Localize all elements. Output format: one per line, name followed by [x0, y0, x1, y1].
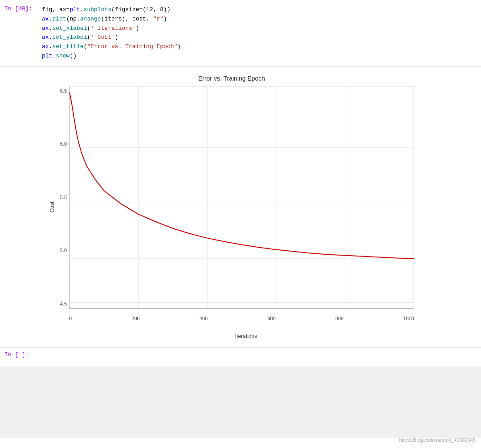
code-token: (figsize=(12, 8)) [111, 6, 171, 13]
y-tick-5_0: 5.0 [49, 248, 67, 253]
code-token: show [56, 53, 69, 59]
code-token: (iters), cost, [101, 16, 153, 22]
code-cell: In [40]: fig, ax=plt.subplots(figsize=(1… [0, 0, 481, 67]
x-tick-800: 800 [335, 316, 343, 321]
y-tick-5_5: 5.5 [49, 195, 67, 200]
y-tick-6_5: 6.5 [49, 88, 67, 94]
code-token: ax [42, 43, 49, 50]
code-token: . [80, 6, 84, 13]
code-token: fig, ax [42, 6, 66, 13]
code-token: ) [136, 25, 139, 32]
x-tick-600: 600 [267, 316, 275, 321]
code-token: (np. [66, 16, 80, 22]
empty-cell-label: In [ ]: [0, 348, 40, 367]
y-tick-4_5: 4.5 [49, 301, 67, 306]
plot-area: Error vs. Training Epoch Cost 6.5 6.0 5.… [40, 67, 481, 347]
plot-svg [69, 86, 414, 309]
code-line-2: ax.plot(np.arange(iters), cost, "r") [42, 15, 479, 24]
code-token: ' Cost' [90, 34, 115, 41]
code-line-4: ax.set_ylabel(' Cost') [42, 33, 479, 42]
code-token: ) [177, 43, 181, 50]
x-tick-1000: 1000 [404, 316, 414, 321]
code-token: plt [69, 6, 80, 13]
x-axis-label: Iterations [69, 333, 423, 339]
code-token: ) [115, 34, 118, 41]
empty-cell: In [ ]: [0, 347, 481, 367]
code-token: "r" [153, 16, 163, 22]
code-token: set_xlabel [52, 25, 87, 32]
cell-label: In [40]: [0, 2, 40, 65]
code-line-5: ax.set_title("Error vs. Training Epoch") [42, 42, 479, 52]
code-line-3: ax.set_xlabel(' Iterations') [42, 24, 479, 33]
gray-area [0, 367, 481, 438]
notebook: In [40]: fig, ax=plt.subplots(figsize=(1… [0, 0, 481, 448]
code-token: plot [52, 16, 66, 22]
code-token: ax [42, 34, 49, 41]
cost-curve [69, 92, 414, 259]
empty-cell-content[interactable] [40, 348, 481, 367]
code-token: set_title [52, 43, 83, 50]
code-token: ' Iterations' [90, 25, 135, 32]
empty-input[interactable] [42, 350, 113, 364]
watermark: https://blog.csdn.net/m0_46382645 [399, 437, 476, 443]
output-cell: Error vs. Training Epoch Cost 6.5 6.0 5.… [0, 67, 481, 347]
plot-wrapper: Error vs. Training Epoch Cost 6.5 6.0 5.… [40, 71, 423, 343]
y-tick-6_0: 6.0 [49, 141, 67, 147]
code-token: ax [42, 25, 49, 32]
code-token: "Error vs. Training Epoch" [87, 43, 177, 50]
code-line-1: fig, ax=plt.subplots(figsize=(12, 8)) [42, 5, 479, 15]
x-tick-0: 0 [69, 316, 72, 321]
code-token: ax [42, 16, 49, 22]
code-token: set_ylabel [52, 34, 87, 41]
x-tick-400: 400 [200, 316, 208, 321]
code-line-6: plt.show() [42, 52, 479, 61]
code-token: ) [163, 16, 167, 22]
plot-title: Error vs. Training Epoch [40, 71, 423, 84]
code-token: () [69, 53, 77, 59]
code-content: fig, ax=plt.subplots(figsize=(12, 8)) ax… [40, 2, 481, 65]
x-tick-200: 200 [131, 316, 139, 321]
code-token: arange [80, 16, 101, 22]
code-token: plt [42, 53, 52, 59]
code-token: subplots [84, 6, 111, 13]
output-label [0, 67, 40, 347]
